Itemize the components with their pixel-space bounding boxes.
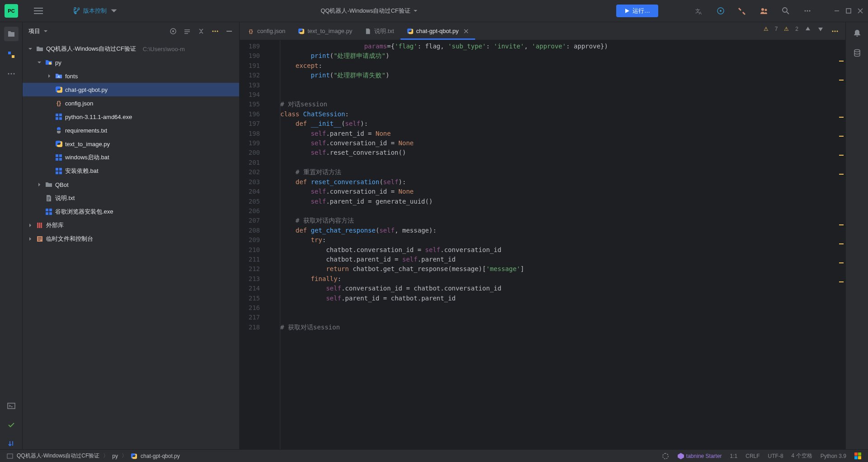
close-tab-icon[interactable]	[463, 29, 469, 34]
progress-icon[interactable]	[662, 452, 669, 460]
folder-icon: A	[55, 72, 63, 80]
svg-rect-35	[59, 154, 62, 157]
svg-rect-38	[56, 168, 58, 171]
code-editor[interactable]: 189 190 191 192 193 194 195 196 197 198 …	[240, 40, 845, 449]
json-file-icon: {}	[55, 99, 63, 107]
svg-point-22	[172, 30, 174, 32]
svg-point-17	[8, 73, 9, 75]
svg-point-6	[783, 8, 787, 12]
settings-icon[interactable]	[803, 6, 812, 15]
git-tool-button[interactable]	[6, 438, 17, 449]
tree-scratches[interactable]: 临时文件和控制台	[23, 232, 239, 246]
tree-file-config[interactable]: {} config.json	[23, 96, 239, 110]
editor-inspection-widget[interactable]: ⚠7 ⚠2	[764, 26, 824, 32]
python-interpreter[interactable]: Python 3.9	[821, 453, 846, 459]
error-stripe[interactable]	[838, 61, 844, 449]
project-title[interactable]: QQ机器人-Windows自动过CF验证	[122, 7, 616, 15]
svg-rect-34	[56, 154, 58, 157]
tree-root[interactable]: QQ机器人-Windows自动过CF验证 C:\Users\woo-m	[23, 42, 239, 56]
terminal-tool-button[interactable]	[6, 400, 17, 411]
tab-chat-gpt[interactable]: chat-gpt-qbot.py	[401, 22, 476, 40]
people-icon[interactable]	[760, 6, 769, 15]
python-file-icon	[55, 86, 63, 94]
tools-icon[interactable]	[738, 6, 747, 15]
code-with-me-icon[interactable]	[716, 6, 725, 15]
project-tool-button[interactable]	[4, 27, 19, 41]
svg-rect-46	[37, 223, 38, 228]
svg-line-7	[787, 12, 789, 14]
notifications-button[interactable]	[852, 28, 863, 38]
svg-rect-37	[59, 158, 62, 161]
ms-logo-icon[interactable]	[854, 452, 861, 459]
select-opened-file-icon[interactable]	[169, 27, 177, 35]
tree-file-install-bat[interactable]: 安装依赖.bat	[23, 164, 239, 178]
tree-external-libs[interactable]: 外部库	[23, 219, 239, 232]
editor-area: {} config.json text_to_image.py 说明.txt c…	[240, 22, 845, 449]
expand-all-icon[interactable]	[183, 27, 191, 35]
more-tool-button[interactable]	[6, 68, 17, 79]
svg-point-23	[212, 31, 214, 32]
collapse-all-icon[interactable]	[197, 27, 205, 35]
svg-text:A: A	[57, 75, 60, 79]
svg-point-25	[217, 31, 218, 32]
chevron-down-icon	[413, 9, 418, 13]
text-file-icon	[365, 28, 371, 34]
code-content[interactable]: params={'flag': flag, 'sub_type': 'invit…	[280, 40, 845, 449]
main-menu-button[interactable]	[34, 6, 43, 16]
hide-panel-icon[interactable]	[225, 27, 233, 35]
tab-readme[interactable]: 说明.txt	[359, 22, 400, 40]
hint-icon: ⚠	[784, 26, 789, 32]
tree-file-windows-bat[interactable]: windows启动.bat	[23, 151, 239, 164]
commit-tool-button[interactable]	[6, 419, 17, 430]
database-button[interactable]	[852, 48, 863, 58]
svg-rect-48	[41, 223, 42, 228]
minimize-button[interactable]	[834, 8, 840, 14]
warning-icon: ⚠	[764, 26, 769, 32]
maximize-button[interactable]	[845, 8, 852, 14]
project-panel-header: 项目	[23, 22, 239, 40]
panel-options-icon[interactable]	[211, 27, 219, 35]
tree-folder-py[interactable]: py	[23, 56, 239, 69]
tree-file-chat-gpt[interactable]: chat-gpt-qbot.py	[23, 83, 239, 96]
structure-tool-button[interactable]	[6, 49, 17, 60]
exe-file-icon	[45, 208, 53, 216]
window-controls	[834, 8, 863, 14]
tree-file-requirements[interactable]: requirements.txt	[23, 124, 239, 137]
branch-icon	[72, 7, 80, 14]
vcs-dropdown[interactable]: 版本控制	[68, 5, 122, 17]
tab-options-icon[interactable]	[831, 28, 839, 35]
svg-point-4	[761, 8, 764, 11]
search-icon[interactable]	[781, 6, 790, 15]
svg-text:A: A	[699, 11, 702, 15]
tree-folder-fonts[interactable]: A fonts	[23, 69, 239, 83]
next-highlight-icon[interactable]	[817, 26, 824, 32]
svg-point-18	[10, 73, 12, 75]
cursor-position[interactable]: 1:1	[730, 453, 738, 459]
panel-title: 项目	[28, 27, 40, 35]
tree-file-text-to-image[interactable]: text_to_image.py	[23, 137, 239, 151]
chevron-down-icon[interactable]	[43, 29, 48, 33]
library-icon	[36, 221, 44, 229]
vcs-label: 版本控制	[83, 7, 107, 15]
tree-folder-qbot[interactable]: QBot	[23, 178, 239, 191]
tab-config[interactable]: {} config.json	[241, 22, 292, 40]
play-icon	[624, 8, 630, 14]
project-icon	[7, 453, 13, 459]
file-encoding[interactable]: UTF-8	[768, 453, 783, 459]
tab-text-to-image[interactable]: text_to_image.py	[292, 22, 359, 40]
tree-file-chrome-exe[interactable]: 谷歌浏览器安装包.exe	[23, 205, 239, 219]
close-button[interactable]	[857, 8, 863, 14]
indent-config[interactable]: 4 个空格	[792, 452, 812, 460]
line-separator[interactable]: CRLF	[745, 453, 760, 459]
tree-file-python-exe[interactable]: python-3.11.1-amd64.exe	[23, 110, 239, 124]
breadcrumb[interactable]: QQ机器人-Windows自动过CF验证 〉 py 〉 chat-gpt-qbo…	[7, 452, 180, 460]
project-tree[interactable]: QQ机器人-Windows自动过CF验证 C:\Users\woo-m py A…	[23, 40, 239, 248]
svg-rect-43	[49, 209, 52, 211]
chevron-right-icon	[47, 74, 52, 78]
tabnine-status[interactable]: tabnine Starter	[677, 452, 722, 460]
translate-icon[interactable]: 文A	[694, 6, 703, 15]
run-button[interactable]: 运行…	[616, 5, 658, 17]
svg-point-3	[720, 10, 722, 12]
prev-highlight-icon[interactable]	[805, 26, 811, 32]
tree-file-readme[interactable]: 说明.txt	[23, 191, 239, 205]
